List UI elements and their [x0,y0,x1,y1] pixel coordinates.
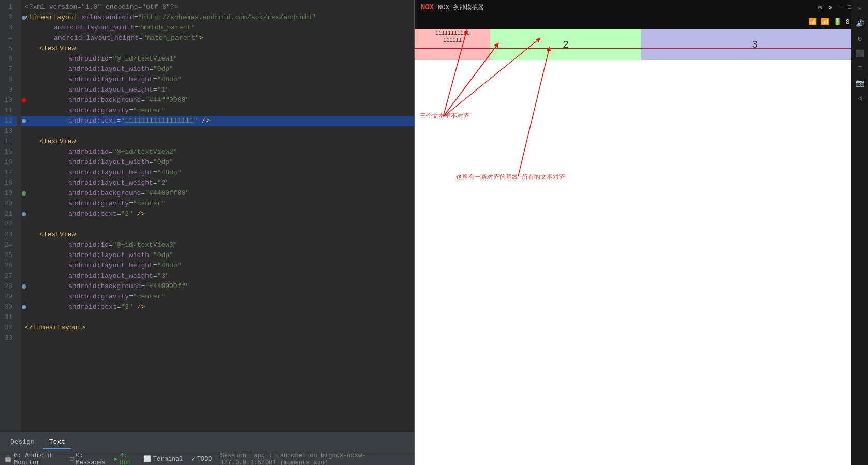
code-token: "3" [121,302,133,312]
line-number-23: 23 [0,230,17,240]
code-token: = [117,302,121,312]
code-token: android:id [68,240,109,250]
baseline-annotation: 这里有一条对齐的基线 所有的文本对齐 [456,173,565,182]
line-numbers: 1234567891011121314151617181920212223242… [0,0,21,432]
code-token: = [153,178,157,188]
code-line-16: android:layout_width="0dp" [21,157,414,168]
camera-icon[interactable]: 📷 [856,79,864,87]
code-token: /> [133,302,145,312]
line-number-2: 2 [0,12,17,23]
code-token: = [153,74,157,85]
emulator-main: 📶 📶 🔋 8:25 11111111111 111111 [415,14,868,465]
session-text: Session 'app': Launched on bignox-noxw-1… [220,452,410,466]
code-token: /> [198,116,210,126]
code-token: "0dp" [153,64,173,74]
run-section[interactable]: ▶ 4: Run [114,452,135,466]
run-label: 4: Run [120,452,135,466]
code-line-2: <LinearLayout xmlns:android="http://sche… [21,12,414,23]
svg-line-3 [518,49,549,176]
tab-text[interactable]: Text [43,436,71,449]
android-monitor-section[interactable]: 🤖 6: Android Monitor [4,452,62,466]
code-line-13 [21,126,414,137]
code-line-9: android:layout_weight="1" [21,85,414,95]
code-token: android:id [68,54,109,64]
tab-design[interactable]: Design [4,436,41,449]
tv1-line2: 111111 [443,37,462,44]
code-token: android:layout_height [68,261,153,271]
code-token: android:text [68,302,117,312]
todo-section[interactable]: ✔ TODO [191,455,212,463]
settings-icon[interactable]: ≡ [858,64,862,72]
bookmark-dot-12 [22,119,26,123]
emulator-sidebar: ✂ 🔊 ↻ ⬛ ≡ 📷 ◁ [851,0,868,465]
green-dot-19 [22,191,26,196]
code-line-5: <TextView [21,43,414,54]
code-token: "center" [133,106,165,116]
screenshot-icon[interactable]: ⬛ [856,49,864,58]
main-area: 1234567891011121314151617181920212223242… [0,0,868,465]
status-bar: 🤖 6: Android Monitor □ 0: Messages ▶ 4: … [0,453,414,465]
code-line-8: android:layout_height="48dp" [21,74,414,85]
code-line-29: android:gravity="center" [21,292,414,302]
signal-icon: 📶 [821,18,829,26]
emulator-panel: NOX NOX 夜神模拟器 ✉ ⚙ ─ □ ✕ 📶 📶 🔋 8:25 [414,0,868,465]
scissors-icon[interactable]: ✂ [858,4,862,13]
volume-icon[interactable]: 🔊 [856,19,864,28]
code-line-32: </LinearLayout> [21,323,414,333]
code-line-33 [21,333,414,343]
code-token: <TextView [39,137,76,147]
code-token: = [153,261,157,271]
code-line-23: <TextView [21,230,414,240]
bookmark-dot-28 [22,284,26,289]
code-line-10: android:background="#44ff0000" [21,95,414,106]
code-token: = [141,281,145,292]
code-token: android:layout_weight [68,271,153,281]
line-number-16: 16 [0,157,17,168]
code-token: android:layout_height [54,33,139,43]
code-token: = [129,106,133,116]
code-token: android:layout_width [68,157,149,168]
code-token: = [117,116,121,126]
code-token: = [117,209,121,219]
messages-icon: □ [70,456,73,463]
code-token: = [149,64,153,74]
line-number-22: 22 [0,219,17,230]
code-token: > [199,33,203,43]
line-number-3: 3 [0,23,17,33]
emulator-outer: 📶 📶 🔋 8:25 11111111111 111111 [415,14,868,465]
code-token: = [153,168,157,178]
bottom-tabs: Design Text [0,432,414,453]
line-number-7: 7 [0,64,17,74]
rotate-icon[interactable]: ↻ [858,34,862,43]
code-token: android:text [68,209,117,219]
line-number-1: 1 [0,2,17,12]
code-token: LinearLayout [29,12,78,23]
code-line-22 [21,219,414,230]
code-token: = [141,188,145,199]
line-number-12: 12 [0,116,17,126]
minimize-icon[interactable]: ─ [838,4,842,11]
code-token: "match_parent" [143,33,199,43]
terminal-section[interactable]: ⬜ Terminal [143,455,183,463]
code-line-11: android:gravity="center" [21,106,414,116]
terminal-icon: ⬜ [143,455,151,463]
code-token: android:text [68,116,117,126]
bookmark-dot-30 [22,305,26,309]
code-token: = [149,157,153,168]
code-token: </LinearLayout> [25,323,85,333]
line-number-28: 28 [0,281,17,292]
code-line-15: android:id="@+id/textView2" [21,147,414,157]
gear-icon[interactable]: ⚙ [828,4,832,11]
app-preview: 11111111111 111111 2 3 [415,29,868,465]
todo-label: TODO [197,456,212,463]
messages-section[interactable]: □ 0: Messages [70,452,106,466]
line-number-30: 30 [0,302,17,312]
tv3-text: 3 [752,39,758,51]
line-number-18: 18 [0,178,17,188]
code-token: "2" [157,178,169,188]
misalign-annotation: 三个文本框不对齐 [420,112,469,121]
code-content: 1234567891011121314151617181920212223242… [0,0,414,432]
email-icon[interactable]: ✉ [818,4,822,11]
back-icon[interactable]: ◁ [858,94,862,102]
tv2-text: 2 [563,39,569,51]
